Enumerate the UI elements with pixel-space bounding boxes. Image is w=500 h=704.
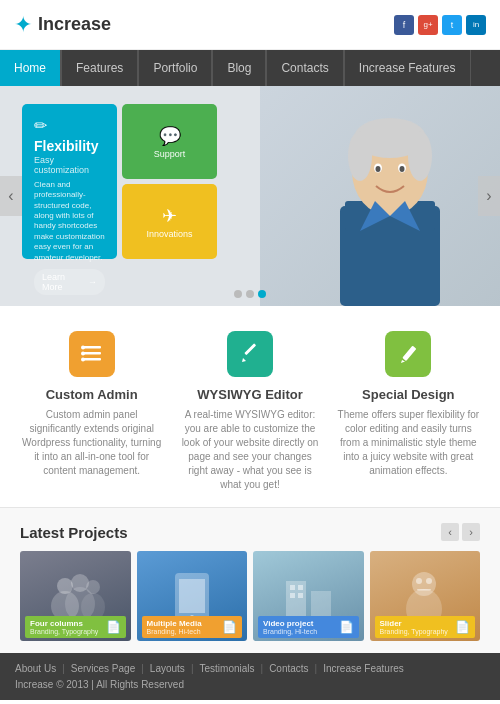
footer-sep-2: | — [141, 663, 144, 674]
hero-dot-1[interactable] — [234, 290, 242, 298]
hero-dot-3[interactable] — [258, 290, 266, 298]
footer-sep-5: | — [315, 663, 318, 674]
pencil-icon: ✏ — [34, 116, 105, 135]
footer-link-services[interactable]: Services Page — [71, 663, 135, 674]
project-item-1[interactable]: Four columns Branding, Typography 📄 — [20, 551, 131, 641]
feature-1-desc: Custom admin panel significantly extends… — [20, 408, 163, 478]
project-item-2[interactable]: Multiple Media Branding, Hi-tech 📄 — [137, 551, 248, 641]
project-3-sub: Branding, Hi-tech — [263, 628, 317, 635]
facebook-icon[interactable]: f — [394, 15, 414, 35]
feature-wysiwyg: WYSIWYG Editor A real-time WYSIWYG edito… — [178, 331, 321, 492]
project-4-sub: Branding, Typography — [380, 628, 448, 635]
feature-custom-admin: Custom Admin Custom admin panel signific… — [20, 331, 163, 492]
svg-point-41 — [426, 578, 432, 584]
project-1-sub: Branding, Typography — [30, 628, 98, 635]
project-2-name: Multiple Media — [147, 619, 202, 628]
svg-point-9 — [376, 166, 381, 172]
edit-icon — [239, 343, 261, 365]
projects-title: Latest Projects — [20, 524, 128, 541]
project-label-bar-4: Slider Branding, Typography 📄 — [375, 616, 476, 638]
footer-link-layouts[interactable]: Layouts — [150, 663, 185, 674]
footer-copyright: Increase © 2013 | All Rights Reserved — [15, 679, 184, 690]
svg-rect-42 — [417, 589, 431, 591]
document-icon-2: 📄 — [222, 620, 237, 634]
footer-sep-3: | — [191, 663, 194, 674]
learn-more-btn[interactable]: Learn More → — [34, 269, 105, 295]
document-icon-4: 📄 — [455, 620, 470, 634]
svg-point-6 — [408, 131, 432, 181]
svg-point-18 — [81, 358, 85, 362]
project-label-bar-2: Multiple Media Branding, Hi-tech 📄 — [142, 616, 243, 638]
twitter-icon[interactable]: t — [442, 15, 462, 35]
hero-tile-innovations: ✈ Innovations — [122, 184, 217, 259]
project-label-2: Multiple Media Branding, Hi-tech 📄 — [137, 613, 248, 641]
project-item-4[interactable]: Slider Branding, Typography 📄 — [370, 551, 481, 641]
document-icon-1: 📄 — [106, 620, 121, 634]
footer-link-testimonials[interactable]: Testimonials — [199, 663, 254, 674]
project-item-3[interactable]: Video project Branding, Hi-tech 📄 — [253, 551, 364, 641]
svg-marker-22 — [401, 360, 405, 363]
hero-dots — [234, 290, 266, 298]
feature-1-title: Custom Admin — [20, 387, 163, 402]
feature-icon-1 — [69, 331, 115, 377]
main-nav: Home Features Portfolio Blog Contacts In… — [0, 50, 500, 86]
footer-sep-4: | — [261, 663, 264, 674]
feature-2-desc: A real-time WYSIWYG editor: you are able… — [178, 408, 321, 492]
project-label-1: Four columns Branding, Typography 📄 — [20, 613, 131, 641]
footer-sep-1: | — [62, 663, 65, 674]
projects-prev-btn[interactable]: ‹ — [441, 523, 459, 541]
footer-link-about[interactable]: About Us — [15, 663, 56, 674]
svg-rect-13 — [83, 346, 101, 349]
feature-design: Special Design Theme offers super flexib… — [337, 331, 480, 492]
document-icon-3: 📄 — [339, 620, 354, 634]
nav-increase-features[interactable]: Increase Features — [344, 50, 471, 86]
project-2-sub: Branding, Hi-tech — [147, 628, 202, 635]
hero-tiles: ✏ Flexibility Easy customization Clean a… — [0, 86, 260, 306]
arrow-circle-icon: → — [88, 277, 97, 287]
footer-links: About Us | Services Page | Layouts | Tes… — [15, 663, 404, 674]
nav-features[interactable]: Features — [61, 50, 138, 86]
projects-nav-buttons: ‹ › — [441, 523, 480, 541]
svg-rect-21 — [403, 346, 417, 361]
project-1-name: Four columns — [30, 619, 98, 628]
svg-rect-20 — [244, 343, 256, 355]
svg-rect-36 — [290, 593, 295, 598]
projects-grid: Four columns Branding, Typography 📄 Mult… — [20, 551, 480, 641]
nav-blog[interactable]: Blog — [212, 50, 266, 86]
bars-icon — [81, 345, 103, 363]
tile-flexibility-desc: Clean and professionally-structured code… — [34, 180, 105, 263]
footer-link-contacts[interactable]: Contacts — [269, 663, 308, 674]
project-label-4: Slider Branding, Typography 📄 — [370, 613, 481, 641]
nav-contacts[interactable]: Contacts — [266, 50, 343, 86]
learn-more-label: Learn More — [42, 272, 85, 292]
svg-rect-34 — [290, 585, 295, 590]
nav-home[interactable]: Home — [0, 50, 61, 86]
hero-arrow-right[interactable]: › — [478, 176, 500, 216]
project-label-3: Video project Branding, Hi-tech 📄 — [253, 613, 364, 641]
project-4-name: Slider — [380, 619, 448, 628]
feature-icon-2 — [227, 331, 273, 377]
hero-dot-2[interactable] — [246, 290, 254, 298]
feature-2-title: WYSIWYG Editor — [178, 387, 321, 402]
projects-next-btn[interactable]: › — [462, 523, 480, 541]
svg-point-10 — [400, 166, 405, 172]
googleplus-icon[interactable]: g+ — [418, 15, 438, 35]
tile-support-label: Support — [154, 149, 186, 159]
svg-point-40 — [416, 578, 422, 584]
features-section: Custom Admin Custom admin panel signific… — [0, 306, 500, 507]
hero-tile-flexibility: ✏ Flexibility Easy customization Clean a… — [22, 104, 117, 259]
footer: About Us | Services Page | Layouts | Tes… — [0, 653, 500, 700]
nav-portfolio[interactable]: Portfolio — [138, 50, 212, 86]
linkedin-icon[interactable]: in — [466, 15, 486, 35]
paper-plane-icon: ✈ — [162, 205, 177, 227]
project-3-name: Video project — [263, 619, 317, 628]
hero-arrow-left[interactable]: ‹ — [0, 176, 22, 216]
social-icons: f g+ t in — [394, 15, 486, 35]
hero-slider: ✏ Flexibility Easy customization Clean a… — [0, 86, 500, 306]
feature-icon-3 — [385, 331, 431, 377]
footer-link-increase[interactable]: Increase Features — [323, 663, 404, 674]
tile-flexibility-subtitle: Easy customization — [34, 155, 105, 175]
svg-point-5 — [348, 131, 372, 181]
projects-section: Latest Projects ‹ › Four columns Brandin… — [0, 508, 500, 653]
logo: ✦ Increase — [14, 14, 111, 36]
